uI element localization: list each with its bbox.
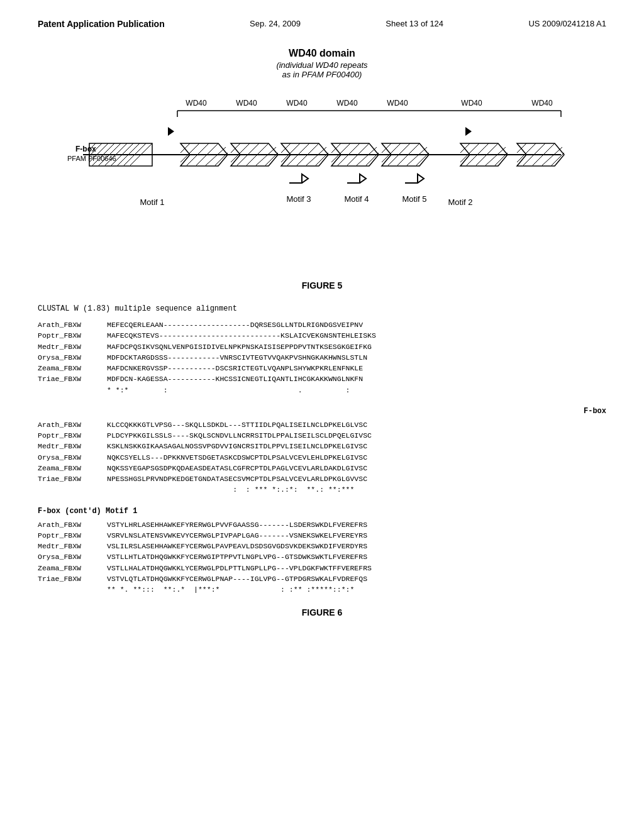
svg-marker-77	[405, 174, 424, 183]
seq-name: Poptr_FBXW	[38, 430, 107, 441]
seq-name: Orysa_FBXW	[38, 452, 107, 463]
fbox-motif1-label: F-box (cont'd) Motif 1	[38, 506, 606, 517]
seq-row: Triae_FBXW NPESSHGSLPRVNDPKEDGETGNDATASE…	[38, 473, 606, 484]
seq-data: MAFDCNKERGVSSP-----------DSCSRICTEGTLVQA…	[107, 363, 606, 374]
seq-name: Zeama_FBXW	[38, 363, 107, 374]
seq-name: Medtr_FBXW	[38, 541, 107, 551]
seq-name: Poptr_FBXW	[38, 330, 107, 341]
svg-text:WD40: WD40	[186, 99, 207, 108]
seq-name: Triae_FBXW	[38, 374, 107, 384]
figure5-diagram: WD40 WD40 WD40 WD40 WD40 WD40 WD40 F-box…	[64, 92, 580, 274]
seq-name: Arath_FBXW	[38, 419, 107, 430]
svg-text:WD40: WD40	[531, 99, 553, 108]
svg-marker-73	[155, 127, 174, 136]
svg-marker-75	[289, 174, 308, 183]
svg-text:Motif 5: Motif 5	[402, 194, 426, 204]
svg-text:PFAM PF00646: PFAM PF00646	[67, 155, 116, 162]
seq-name: Medtr_FBXW	[38, 341, 107, 352]
svg-text:Motif 1: Motif 1	[140, 197, 164, 207]
seq-row: : : *** *:.:*: **.: **:***	[38, 484, 606, 495]
seq-data: MDFDCN-KAGESSA-----------KHCSSICNEGTLIQA…	[107, 374, 606, 384]
svg-text:WD40: WD40	[336, 99, 358, 108]
fbox-section-label: F-box	[38, 406, 606, 417]
svg-marker-74	[453, 127, 472, 136]
seq-name: Medtr_FBXW	[38, 441, 107, 451]
seq-row: * *:* : . :	[38, 385, 606, 396]
seq-data: * *:* : . :	[107, 385, 606, 396]
figure6: CLUSTAL W (1.83) multiple sequence align…	[38, 303, 606, 595]
svg-line-36	[256, 147, 276, 165]
seq-row: Zeama_FBXW VSTLLHALATDHQGWKKLYCERWGLPDLP…	[38, 563, 606, 573]
seq-name: Zeama_FBXW	[38, 563, 107, 573]
seq-row: Poptr_FBXW VSRVLNSLATENSVWKEVYCERWGLPIVP…	[38, 530, 606, 541]
svg-line-71	[542, 147, 562, 165]
seq-data: VSLILRSLASEHHAWKEFYCERWGLPAVPEAVLDSDSGVG…	[107, 541, 606, 551]
seq-name: Triae_FBXW	[38, 573, 107, 584]
seq-data: KLCCQKKKGTLVPSG---SKQLLSDKDL---STTIIDLPQ…	[107, 419, 606, 430]
seq-data: PLDCYPKKGILSSLS----SKQLSCNDVLLNCRRSITDLP…	[107, 430, 606, 441]
svg-text:Motif 4: Motif 4	[344, 194, 369, 204]
alignment-block2: Arath_FBXW KLCCQKKKGTLVPSG---SKQLLSDKDL-…	[38, 419, 606, 495]
seq-row: Arath_FBXW VSTYLHRLASEHHAWKEFYRERWGLPVVF…	[38, 519, 606, 530]
svg-line-64	[486, 147, 506, 165]
seq-row: Triae_FBXW VSTVLQTLATDHQGWKKFYCERWGLPNAP…	[38, 573, 606, 584]
seq-row: Orysa_FBXW NQKCSYELLS---DPKKNVETSDGETASK…	[38, 452, 606, 463]
seq-data: VSTVLQTLATDHQGWKKFYCERWGLPNAP----IGLVPG-…	[107, 573, 606, 584]
seq-data: VSTLLHTLATDHQGWKKFYCERWGIPTPPVTLNGPLVPG-…	[107, 551, 606, 562]
svg-line-50	[357, 147, 377, 165]
seq-data: KSKLNSKKGIKAASAGALNOSSVPGDVVIGNCRSITDLPP…	[107, 441, 606, 451]
seq-data: VSRVLNSLATENSVWKEVYCERWGLPIVPAPLGAG-----…	[107, 530, 606, 541]
seq-row: Poptr_FBXW MAFECQKSTEVS-----------------…	[38, 330, 606, 341]
figure6-caption: FIGURE 6	[38, 607, 606, 617]
seq-data: MEFECQERLEAAN--------------------DQRSESG…	[107, 319, 606, 330]
svg-text:Motif 2: Motif 2	[448, 197, 472, 207]
seq-name: Zeama_FBXW	[38, 463, 107, 473]
seq-row: Medtr_FBXW VSLILRSLASEHHAWKEFYCERWGLPAVP…	[38, 541, 606, 551]
sheet-label: Sheet 13 of 124	[386, 19, 443, 28]
page-header: Patent Application Publication Sep. 24, …	[38, 19, 606, 29]
seq-data: MAFECQKSTEVS----------------------------…	[107, 330, 606, 341]
seq-data: NQKSSYEGAPSGSDPKQDAEASDEATASLCGFRCPTDLPA…	[107, 463, 606, 473]
svg-marker-76	[347, 174, 366, 183]
date-label: Sep. 24, 2009	[250, 19, 301, 28]
svg-text:WD40: WD40	[286, 99, 308, 108]
alignment-block1: Arath_FBXW MEFECQERLEAAN----------------…	[38, 319, 606, 396]
seq-row: Poptr_FBXW PLDCYPKKGILSSLS----SKQLSCNDVL…	[38, 430, 606, 441]
svg-text:Motif 3: Motif 3	[286, 194, 311, 204]
seq-row: Medtr_FBXW MAFDCPQSIKVSQNLVENPGISIDIVELN…	[38, 341, 606, 352]
seq-data: MAFDCPQSIKVSQNLVENPGISIDIVELNPKPNSKAISIS…	[107, 341, 606, 352]
seq-name: Arath_FBXW	[38, 519, 107, 530]
seq-name: Poptr_FBXW	[38, 530, 107, 541]
seq-data: NQKCSYELLS---DPKKNVETSDGETASKCDSWCPTDLPS…	[107, 452, 606, 463]
seq-row: Medtr_FBXW KSKLNSKKGIKAASAGALNOSSVPGDVVI…	[38, 441, 606, 451]
svg-line-29	[206, 147, 226, 165]
patent-number: US 2009/0241218 A1	[528, 19, 606, 28]
page: Patent Application Publication Sep. 24, …	[0, 0, 644, 830]
seq-data: VSTYLHRLASEHHAWKEFYRERWGLPVVFGAASSG-----…	[107, 519, 606, 530]
seq-row: Zeama_FBXW MAFDCNKERGVSSP-----------DSCS…	[38, 363, 606, 374]
svg-text:WD40: WD40	[461, 99, 482, 108]
svg-line-43	[306, 147, 326, 165]
seq-data: NPESSHGSLPRVNDPKEDGETGNDATASECSVMCPTDLPS…	[107, 473, 606, 484]
figure5: WD40 domain (individual WD40 repeatsas i…	[38, 48, 606, 290]
seq-row: ** *. **::: **:.* |***:* : :** :*****::*…	[38, 584, 606, 595]
seq-name: Orysa_FBXW	[38, 551, 107, 562]
seq-data: : : *** *:.:*: **.: **:***	[107, 484, 606, 495]
wd40-title: WD40 domain	[38, 48, 606, 59]
figure5-caption: FIGURE 5	[38, 280, 606, 290]
svg-text:WD40: WD40	[236, 99, 257, 108]
seq-data: VSTLLHALATDHQGWKKLYCERWGLPDLPTTLNGPLLPG-…	[107, 563, 606, 573]
seq-name: Arath_FBXW	[38, 319, 107, 330]
svg-line-57	[407, 147, 427, 165]
seq-row: Arath_FBXW KLCCQKKKGTLVPSG---SKQLLSDKDL-…	[38, 419, 606, 430]
seq-name	[38, 584, 107, 595]
seq-row: Triae_FBXW MDFDCN-KAGESSA-----------KHCS…	[38, 374, 606, 384]
alignment-block3: Arath_FBXW VSTYLHRLASEHHAWKEFYRERWGLPVVF…	[38, 519, 606, 595]
seq-name	[38, 385, 107, 396]
seq-row: Arath_FBXW MEFECQERLEAAN----------------…	[38, 319, 606, 330]
seq-name	[38, 484, 107, 495]
seq-data: MDFDCKTARGDSSS------------VNRSCIVTEGTVVQ…	[107, 352, 606, 363]
seq-name: Orysa_FBXW	[38, 352, 107, 363]
clustal-header: CLUSTAL W (1.83) multiple sequence align…	[38, 303, 606, 314]
seq-row: Zeama_FBXW NQKSSYEGAPSGSDPKQDAEASDEATASL…	[38, 463, 606, 473]
